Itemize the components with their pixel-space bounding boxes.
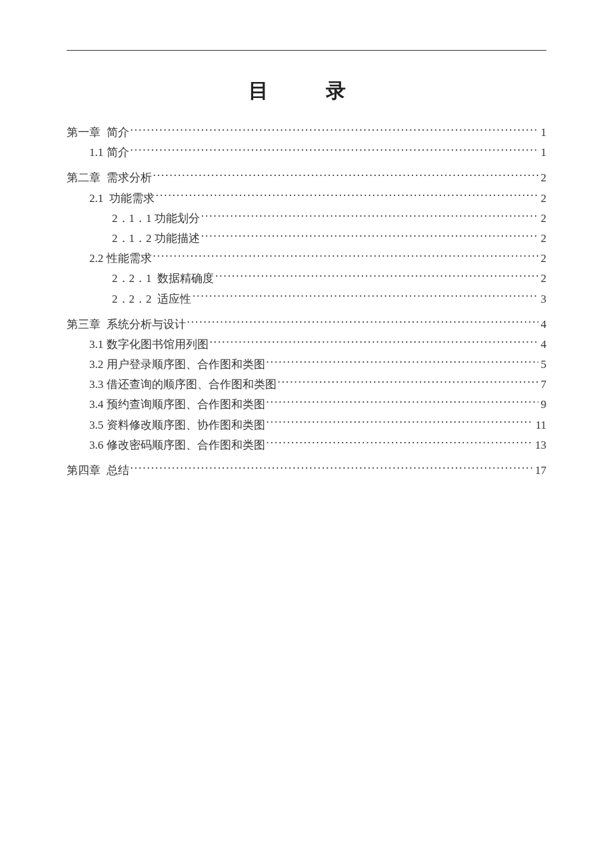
toc-entry: 2．2．2 适应性3 — [67, 290, 546, 308]
toc-entry-page: 1 — [540, 143, 547, 161]
toc-entry: 第一章 简介1 — [67, 123, 546, 141]
toc-entry-page: 2 — [540, 189, 547, 207]
toc-entry-page: 17 — [534, 461, 546, 479]
toc-entry: 3.3 借还查询的顺序图、合作图和类图7 — [67, 375, 546, 393]
toc-dots — [267, 357, 538, 368]
toc-dots — [210, 337, 538, 348]
toc-dots — [278, 377, 538, 388]
toc-entry-label: 3.6 修改密码顺序图、合作图和类图 — [89, 436, 265, 454]
toc-entry-label: 第二章 需求分析 — [67, 169, 152, 187]
toc-dots — [156, 191, 538, 202]
toc-entry-page: 9 — [540, 395, 547, 413]
toc-entry: 1.1 简介1 — [67, 143, 546, 161]
toc-entry-page: 2 — [540, 269, 547, 287]
toc-dots — [153, 170, 538, 181]
toc-entry: 2．2．1 数据精确度2 — [67, 269, 546, 287]
table-of-contents: 第一章 简介11.1 简介1第二章 需求分析22.1 功能需求22．1．1 功能… — [67, 123, 546, 479]
toc-entry: 第四章 总结17 — [67, 461, 546, 479]
toc-dots — [267, 417, 533, 429]
toc-entry-page: 11 — [534, 416, 546, 434]
toc-entry: 3.4 预约查询顺序图、合作图和类图9 — [67, 395, 546, 413]
toc-entry-page: 7 — [540, 375, 547, 393]
toc-entry-label: 2．1．1 功能划分 — [112, 209, 200, 227]
toc-entry-label: 3.3 借还查询的顺序图、合作图和类图 — [89, 375, 277, 393]
toc-entry: 2.2 性能需求2 — [67, 249, 546, 267]
toc-entry-label: 第一章 简介 — [67, 123, 129, 141]
toc-entry-page: 5 — [540, 355, 547, 373]
toc-entry: 3.5 资料修改顺序图、协作图和类图11 — [67, 416, 546, 434]
toc-entry-label: 1.1 简介 — [89, 143, 129, 161]
toc-entry-page: 4 — [540, 315, 547, 333]
toc-dots — [131, 125, 538, 136]
toc-entry-label: 2．2．2 适应性 — [112, 290, 191, 308]
toc-group-gap — [67, 456, 546, 461]
toc-entry-label: 2.1 功能需求 — [89, 189, 155, 207]
toc-entry-label: 2．1．2 功能描述 — [112, 229, 200, 247]
toc-entry-label: 第三章 系统分析与设计 — [67, 315, 186, 333]
toc-entry: 3.1 数字化图书馆用列图4 — [67, 335, 546, 353]
toc-group-gap — [67, 163, 546, 169]
toc-entry-label: 3.1 数字化图书馆用列图 — [89, 335, 209, 353]
toc-dots — [267, 437, 533, 449]
toc-entry-page: 3 — [540, 290, 547, 308]
toc-entry: 第三章 系统分析与设计4 — [67, 315, 546, 333]
toc-entry-page: 13 — [534, 436, 546, 454]
toc-dots — [153, 251, 538, 262]
toc-entry: 2.1 功能需求2 — [67, 189, 546, 207]
toc-entry-page: 2 — [540, 169, 547, 187]
toc-dots — [131, 145, 538, 156]
top-divider — [67, 50, 546, 51]
toc-entry-page: 2 — [540, 249, 547, 267]
toc-dots — [131, 463, 533, 474]
toc-dots — [215, 271, 538, 282]
toc-dots — [267, 397, 538, 408]
toc-dots — [187, 317, 538, 328]
toc-entry-label: 3.2 用户登录顺序图、合作图和类图 — [89, 355, 265, 373]
toc-entry-page: 2 — [540, 209, 547, 227]
toc-entry: 3.6 修改密码顺序图、合作图和类图13 — [67, 436, 546, 454]
toc-entry-page: 1 — [540, 123, 547, 141]
toc-entry: 2．1．1 功能划分2 — [67, 209, 546, 227]
toc-entry: 第二章 需求分析2 — [67, 169, 546, 187]
toc-entry-label: 3.4 预约查询顺序图、合作图和类图 — [89, 395, 265, 413]
toc-dots — [201, 211, 538, 222]
toc-entry-page: 4 — [540, 335, 547, 353]
toc-entry-label: 2．2．1 数据精确度 — [112, 269, 214, 287]
toc-entry-page: 2 — [540, 229, 547, 247]
toc-dots — [193, 291, 538, 303]
toc-entry: 2．1．2 功能描述2 — [67, 229, 546, 247]
toc-dots — [201, 231, 538, 242]
toc-entry-label: 2.2 性能需求 — [89, 249, 152, 267]
toc-entry: 3.2 用户登录顺序图、合作图和类图5 — [67, 355, 546, 373]
toc-entry-label: 3.5 资料修改顺序图、协作图和类图 — [89, 416, 265, 434]
toc-title: 目 录 — [67, 77, 546, 105]
toc-entry-label: 第四章 总结 — [67, 461, 129, 479]
toc-group-gap — [67, 310, 546, 315]
